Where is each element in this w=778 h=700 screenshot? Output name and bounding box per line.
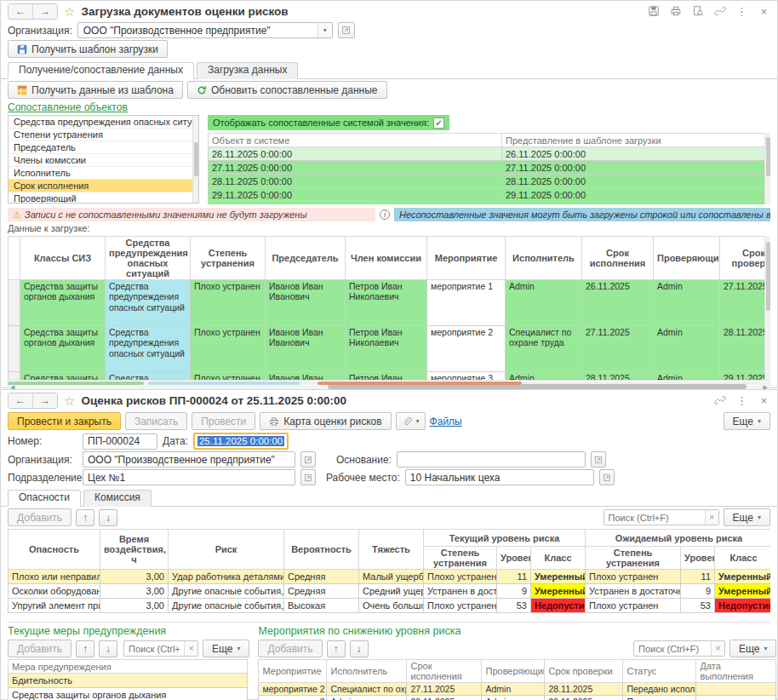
cell[interactable]: Плохо устранен — [191, 372, 266, 381]
cell[interactable]: 28.11.2025 0:00:00 — [209, 175, 502, 188]
organization-open-button[interactable] — [300, 451, 316, 468]
table-row[interactable]: Осколки оборудования, д...3,00Другие опа… — [9, 584, 771, 599]
favorite-star-icon[interactable]: ☆ — [64, 5, 75, 18]
add-hazard-button[interactable]: Добавить — [8, 508, 72, 526]
cell[interactable]: Средства предупреждения опасных ситуаций — [106, 326, 191, 372]
cell[interactable]: Устранен в достаточной мере — [586, 584, 681, 599]
table-row[interactable]: Бдительность — [9, 674, 248, 688]
load-data-table-scrollbar[interactable] — [764, 236, 770, 380]
cell[interactable]: Средняя — [284, 584, 359, 599]
refresh-mapped-data-button[interactable]: Обновить сопоставленные данные — [187, 81, 387, 99]
clear-search-icon[interactable]: × — [705, 510, 718, 525]
column-header[interactable]: Срок проверки — [720, 237, 771, 280]
cell[interactable]: 29.11.2025 — [720, 372, 771, 381]
close-icon[interactable]: × — [758, 5, 770, 18]
cell[interactable]: Плохо устранен — [424, 570, 497, 584]
cell[interactable]: Передано исполнит... — [623, 683, 696, 696]
table-row[interactable]: 27.11.2025 0:00:0027.11.2025 0:00:00 — [209, 161, 770, 175]
cell[interactable]: Admin — [327, 696, 407, 700]
table-row[interactable]: Плохо или неправильно з...3,00Удар работ… — [9, 570, 771, 584]
object-list-item[interactable]: Срок исполнения — [9, 180, 198, 192]
tab-commission[interactable]: Комиссия — [83, 490, 152, 507]
cell[interactable]: мероприятие 2 до 27.1... — [259, 683, 327, 696]
column-header[interactable]: Степень устранения — [191, 237, 266, 280]
show-mapped-checkbox[interactable]: ✔ — [433, 118, 444, 129]
column-header[interactable]: Статус — [623, 660, 696, 683]
cell[interactable]: Специалист по охране труда — [506, 326, 582, 372]
cell[interactable]: 53 — [497, 599, 531, 613]
department-field[interactable]: Цех №1 — [83, 469, 295, 485]
cell[interactable]: Малый ущерб — [359, 570, 424, 584]
object-mapping-link[interactable]: Сопоставление объектов — [8, 101, 128, 113]
cell[interactable]: Умеренный — [531, 570, 586, 584]
move-down-button[interactable]: ↓ — [99, 509, 117, 526]
cell[interactable]: 28.11.2025 0:00:00 — [502, 175, 770, 188]
cell[interactable]: Admin — [506, 280, 582, 326]
get-data-from-template-button[interactable]: Получить данные из шаблона — [8, 81, 183, 99]
column-header[interactable]: Уровень — [497, 547, 531, 570]
cell[interactable]: 27.11.2025 — [720, 280, 771, 326]
cell[interactable]: 30.11.2025 0:00:00 — [502, 202, 770, 205]
cell[interactable]: Admin — [482, 683, 545, 696]
cell[interactable]: Иванов Иван Иванович — [266, 280, 346, 326]
tab-receive-map-data[interactable]: Получение/сопоставление данных — [8, 62, 194, 79]
table-row[interactable]: Средства защиты органов дыханияСредства … — [9, 280, 771, 326]
cell[interactable]: Недопустимый — [531, 599, 586, 613]
column-header[interactable]: Мероприятие — [427, 237, 506, 280]
cell[interactable]: Умеренный — [531, 584, 586, 599]
cell[interactable]: Другие опасные события, связанн... — [169, 599, 284, 613]
column-header[interactable]: Председатель — [266, 237, 346, 280]
cell[interactable]: Admin — [482, 696, 545, 700]
column-header[interactable]: Мероприятие — [259, 660, 327, 683]
column-header[interactable]: Исполнитель — [327, 660, 407, 683]
table-row[interactable]: 30.11.2025 0:00:0030.11.2025 0:00:00 — [209, 202, 770, 205]
column-header[interactable]: Степень устранения — [424, 547, 497, 570]
cell[interactable]: 26.11.2025 0:00:00 — [209, 147, 502, 161]
column-header[interactable]: Тяжесть — [359, 530, 424, 570]
cell[interactable]: Плохо устранен — [424, 599, 497, 613]
cell[interactable]: Высокая — [284, 599, 359, 613]
cell[interactable] — [696, 683, 776, 696]
cell[interactable]: Другие опасные события, связанн... — [169, 584, 284, 599]
cell[interactable]: Средства предупреждения опасных ситуаций — [106, 372, 191, 381]
cell[interactable]: 11 — [681, 570, 715, 584]
more-button[interactable]: Еще▾ — [729, 640, 776, 657]
cell[interactable]: Петров Иван Николаевич — [346, 326, 427, 372]
department-open-button[interactable] — [300, 469, 316, 485]
forward-button[interactable]: → — [32, 393, 57, 408]
attachments-button[interactable]: ▾ — [396, 412, 426, 430]
column-header[interactable]: Мера предупреждения — [9, 660, 248, 674]
table-row[interactable]: мероприятие 3 до 28.1...Admin28.11.2025A… — [259, 696, 776, 700]
cell[interactable]: 29.11.2025 0:00:00 — [502, 188, 770, 202]
column-group-header[interactable]: Текущий уровень риска — [424, 530, 586, 547]
column-header[interactable]: Срок исполнения — [582, 237, 654, 280]
more-button[interactable]: Еще▾ — [203, 640, 249, 657]
column-header[interactable]: Степень устранения — [586, 547, 681, 570]
cell[interactable]: 29.11.2025 — [545, 696, 623, 700]
cell[interactable]: Средства защиты органов дыхания — [9, 688, 248, 700]
cell[interactable]: 26.11.2025 — [582, 280, 654, 326]
cell[interactable]: Плохо устранен — [191, 326, 266, 372]
tab-load-data[interactable]: Загрузка данных — [197, 62, 298, 79]
basis-field[interactable] — [397, 451, 586, 468]
cell[interactable]: Средства защиты органов дыхания — [20, 280, 106, 326]
cell[interactable] — [9, 280, 20, 326]
cell[interactable]: Петров Иван Николаевич — [346, 280, 427, 326]
table-row[interactable]: Средства защиты органов дыхания — [9, 688, 248, 700]
risk-map-button[interactable]: Карта оценки рисков — [260, 412, 391, 430]
cell[interactable]: Петров Иван Николаевич — [346, 372, 427, 381]
column-header[interactable]: Проверяющий — [654, 237, 720, 280]
column-header[interactable]: Исполнитель — [506, 237, 582, 280]
cell[interactable]: Средства предупреждения опасных ситуаций — [106, 280, 191, 326]
cell[interactable]: мероприятие 3 — [427, 372, 506, 381]
cell[interactable] — [9, 326, 20, 372]
move-down-button[interactable]: ↓ — [99, 640, 117, 657]
move-down-button[interactable]: ↓ — [350, 640, 369, 657]
cell[interactable]: Осколки оборудования, д... — [9, 584, 100, 599]
cell[interactable]: Устранен в достаточ... — [424, 584, 497, 599]
cell[interactable]: Умеренный — [715, 584, 771, 599]
forward-button[interactable]: → — [32, 4, 57, 19]
table-row[interactable]: мероприятие 2 до 27.1...Специалист по ох… — [259, 683, 776, 696]
tab-hazards[interactable]: Опасности — [8, 490, 81, 507]
column-header[interactable]: Время воздействия, ч — [100, 530, 169, 570]
